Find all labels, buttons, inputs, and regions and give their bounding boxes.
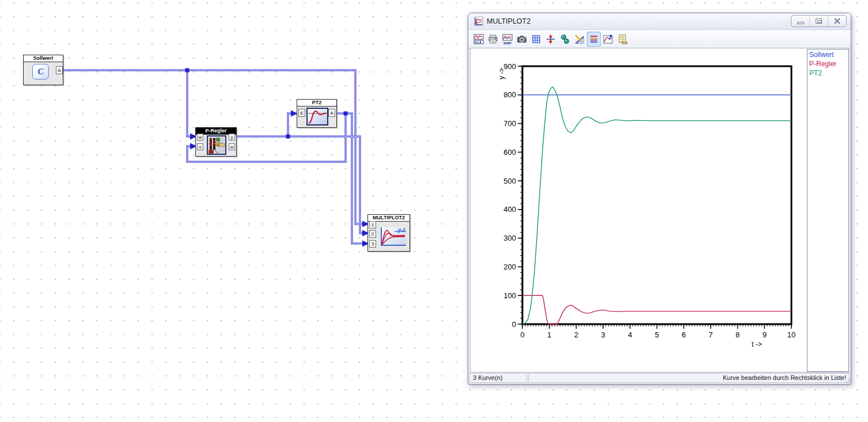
restore-icon: [816, 18, 822, 24]
svg-text:t ->: t ->: [752, 340, 762, 348]
svg-text:0: 0: [520, 330, 524, 339]
svg-text:400: 400: [503, 205, 516, 214]
svg-text:100: 100: [503, 291, 516, 300]
controller-panel-icon: 0: [207, 135, 226, 155]
window-titlebar[interactable]: MULTIPLOT2: [468, 13, 851, 30]
port-pt2-in-E[interactable]: E: [298, 109, 305, 117]
window-controls: [791, 15, 847, 27]
window-plot-icon: [474, 17, 483, 26]
svg-text:6: 6: [682, 330, 686, 339]
port-p-regler-out-y[interactable]: y: [229, 134, 235, 140]
svg-text:7: 7: [708, 330, 712, 339]
legend-item-pt2[interactable]: PT2: [809, 69, 848, 78]
data-points-button[interactable]: [558, 32, 572, 47]
svg-text:10: 10: [787, 330, 795, 339]
svg-text:WMF: WMF: [503, 41, 512, 44]
svg-text:4: 4: [628, 330, 632, 339]
statusbar-curve-count: 3 Kurve(n): [469, 373, 527, 383]
statusbar-hint: Kurve bearbeiten durch Rechtsklick in Li…: [528, 373, 850, 383]
block-pt2-title: PT2: [297, 100, 336, 107]
svg-text:700: 700: [503, 119, 516, 128]
svg-text:800: 800: [503, 90, 516, 99]
window-title: MULTIPLOT2: [487, 17, 530, 25]
snapshot-button[interactable]: [515, 32, 529, 47]
port-multiplot-in-1[interactable]: 1: [369, 221, 376, 229]
close-button[interactable]: [828, 16, 846, 26]
port-p-regler-out-w[interactable]: w: [229, 143, 235, 150]
svg-text:300: 300: [503, 234, 516, 242]
svg-text:2: 2: [574, 330, 578, 339]
block-multiplot[interactable]: MULTIPLOT2 y-t 1 2 3: [367, 214, 410, 252]
port-p-regler-in-x[interactable]: x: [197, 143, 203, 150]
curve-list-button[interactable]: [587, 32, 601, 47]
plot-content: 0123456789100100200300400500600700800900…: [470, 48, 849, 372]
export-image-button[interactable]: [472, 32, 486, 47]
curve-legend: Sollwert P-Regler PT2: [807, 49, 849, 372]
restore-button[interactable]: [809, 16, 828, 26]
block-pt2[interactable]: PT2 E A: [297, 99, 337, 128]
svg-text:y ->: y ->: [498, 68, 506, 79]
svg-text:1: 1: [547, 330, 551, 339]
svg-text:500: 500: [503, 177, 516, 185]
resize-grip[interactable]: [844, 377, 851, 384]
svg-text:9: 9: [763, 330, 767, 339]
port-multiplot-in-2[interactable]: 2: [369, 230, 376, 238]
legend-item-sollwert[interactable]: Sollwert: [809, 50, 848, 59]
block-p-regler[interactable]: P-Regler 0 w x y w: [195, 127, 237, 157]
edit-curve-button[interactable]: [601, 32, 615, 47]
minimize-button[interactable]: [791, 16, 809, 26]
plot-toolbar: WMF: [468, 30, 851, 48]
port-p-regler-in-w[interactable]: w: [197, 134, 203, 140]
constant-icon[interactable]: C: [32, 64, 49, 79]
block-sollwert-title: Sollwert: [24, 55, 63, 62]
multiplot-window[interactable]: MULTIPLOT2: [468, 13, 851, 385]
svg-text:200: 200: [503, 263, 516, 271]
svg-text:8: 8: [736, 330, 740, 339]
multiplot-icon-label: y-t: [398, 227, 405, 233]
measure-button[interactable]: [573, 32, 586, 47]
port-multiplot-in-3[interactable]: 3: [369, 240, 376, 248]
multiplot-icon: y-t: [380, 225, 407, 247]
svg-text:5: 5: [655, 330, 659, 339]
minimize-icon: [797, 22, 804, 24]
wmf-export-button[interactable]: WMF: [501, 32, 514, 47]
svg-text:3: 3: [601, 330, 605, 339]
port-sollwert-out-A[interactable]: A: [56, 66, 63, 74]
block-sollwert[interactable]: Sollwert C A: [23, 55, 63, 85]
properties-button[interactable]: [616, 32, 630, 47]
grid-button[interactable]: [529, 32, 543, 47]
print-button[interactable]: [486, 32, 500, 47]
legend-item-p-regler[interactable]: P-Regler: [809, 59, 848, 69]
close-icon: [834, 18, 840, 24]
boris-workspace: { "canvas": { "blocks": { "sollwert": {"…: [0, 0, 868, 422]
plot-canvas: 0123456789100100200300400500600700800900…: [472, 50, 805, 372]
autoscale-vertical-button[interactable]: [544, 32, 558, 47]
step-response-icon: [306, 108, 328, 126]
svg-text:0: 0: [512, 320, 516, 329]
statusbar: 3 Kurve(n) Kurve bearbeiten durch Rechts…: [469, 373, 850, 383]
svg-text:600: 600: [503, 148, 516, 157]
port-pt2-out-A[interactable]: A: [328, 109, 335, 117]
